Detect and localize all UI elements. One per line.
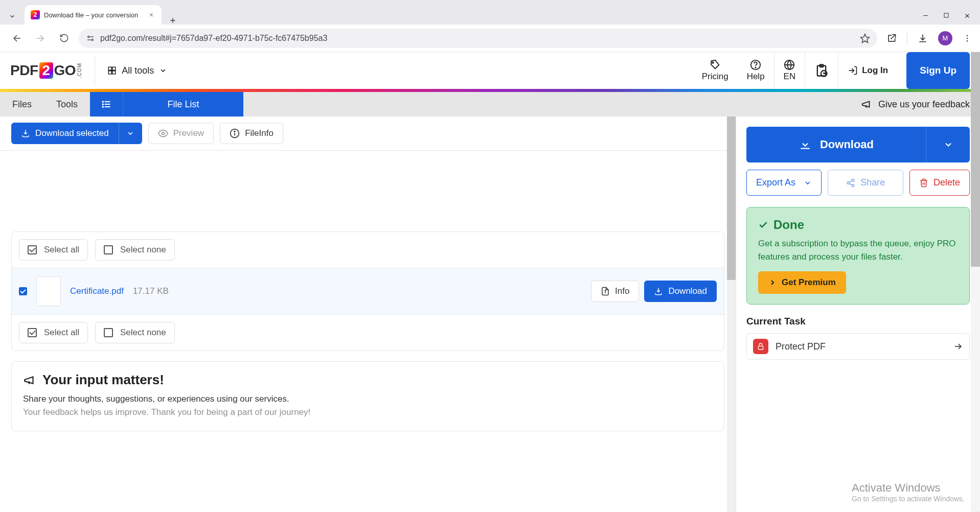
file-download-label: Download <box>668 286 707 296</box>
all-tools-dropdown[interactable]: All tools <box>107 65 167 76</box>
signup-button[interactable]: Sign Up <box>906 52 970 89</box>
help-link[interactable]: Help <box>738 52 774 89</box>
svg-point-25 <box>755 67 756 67</box>
download-selected-dropdown[interactable] <box>119 123 142 144</box>
page-scrollbar-thumb[interactable] <box>971 52 980 267</box>
tab-file-list[interactable]: File List <box>123 92 243 117</box>
task-protect-pdf[interactable]: Protect PDF <box>746 333 970 360</box>
delete-label: Delete <box>933 177 960 188</box>
check-icon <box>758 220 768 230</box>
page-scrollbar[interactable] <box>971 52 980 511</box>
svg-point-42 <box>605 290 605 291</box>
maximize-icon[interactable] <box>943 12 949 19</box>
browser-tab[interactable]: 2 Download file – your conversion <box>25 5 162 25</box>
download-icon <box>21 129 30 138</box>
get-premium-button[interactable]: Get Premium <box>758 271 846 294</box>
select-none-button[interactable]: Select none <box>95 239 175 261</box>
profile-avatar[interactable]: M <box>938 31 952 45</box>
feedback-link[interactable]: Give us your feedback <box>851 92 980 117</box>
file-info-icon <box>601 287 610 296</box>
download-selected-label: Download selected <box>35 128 109 138</box>
back-button[interactable] <box>8 30 26 47</box>
feedback-label: Give us your feedback <box>878 99 970 110</box>
forward-button[interactable] <box>32 30 49 47</box>
list-view-icon[interactable] <box>90 92 123 117</box>
feedback-title: Your input matters! <box>42 372 164 388</box>
download-dropdown[interactable] <box>926 127 970 162</box>
current-task-title: Current Task <box>746 316 970 327</box>
scrollbar[interactable] <box>727 117 736 512</box>
app-header: PDF 2 GO .COM All tools Pricing Help EN … <box>0 52 980 89</box>
help-label: Help <box>747 72 765 82</box>
fileinfo-button[interactable]: FileInfo <box>220 123 283 144</box>
info-icon <box>230 128 240 138</box>
chevron-right-icon <box>768 278 777 287</box>
file-size: 17.17 KB <box>133 286 169 296</box>
selector-row-bottom: Select all Select none <box>12 315 724 351</box>
share-button[interactable]: Share <box>828 170 903 196</box>
url-input[interactable]: pdf2go.com/result#j=7657da97-ef20-4971-b… <box>79 29 877 48</box>
share-label: Share <box>860 177 885 188</box>
svg-point-16 <box>967 35 968 36</box>
chevron-down-icon <box>943 139 953 150</box>
svg-rect-19 <box>108 67 111 70</box>
task-label: Protect PDF <box>776 341 826 352</box>
file-list-label: File List <box>168 99 199 110</box>
svg-line-47 <box>850 180 852 182</box>
megaphone-icon <box>861 99 872 110</box>
tab-files[interactable]: Files <box>0 92 44 117</box>
extensions-icon[interactable] <box>886 33 897 43</box>
site-info-icon[interactable] <box>86 34 95 43</box>
file-download-button[interactable]: Download <box>644 281 717 302</box>
svg-point-37 <box>162 132 164 135</box>
close-window-icon[interactable] <box>964 12 971 19</box>
new-tab-button[interactable] <box>169 16 177 25</box>
tab-tools[interactable]: Tools <box>44 92 90 117</box>
svg-point-35 <box>103 104 104 105</box>
language-selector[interactable]: EN <box>774 52 805 89</box>
megaphone-icon <box>23 374 36 387</box>
main-content: Download selected Preview FileInfo Selec… <box>0 117 736 512</box>
action-bar: Download selected Preview FileInfo <box>0 117 736 151</box>
file-checkbox[interactable] <box>19 287 27 295</box>
pricing-link[interactable]: Pricing <box>693 52 738 89</box>
menu-icon[interactable] <box>963 34 972 43</box>
export-as-button[interactable]: Export As <box>746 170 822 196</box>
minimize-icon[interactable] <box>922 12 929 19</box>
globe-icon <box>784 59 795 71</box>
svg-rect-5 <box>944 13 948 17</box>
address-bar: pdf2go.com/result#j=7657da97-ef20-4971-b… <box>0 25 980 52</box>
download-button[interactable]: Download <box>746 127 926 162</box>
tabs-dropdown-button[interactable] <box>4 8 20 25</box>
login-label: Log In <box>862 65 888 76</box>
delete-button[interactable]: Delete <box>909 170 970 196</box>
file-name-link[interactable]: Certificate.pdf <box>70 286 124 296</box>
get-premium-label: Get Premium <box>782 277 836 288</box>
svg-rect-49 <box>758 346 763 350</box>
history-link[interactable] <box>805 52 838 89</box>
select-all-button[interactable]: Select all <box>19 322 88 343</box>
select-all-label: Select all <box>44 245 79 255</box>
favicon-icon: 2 <box>31 10 40 19</box>
login-link[interactable]: Log In <box>838 52 897 89</box>
bookmark-icon[interactable] <box>860 33 870 43</box>
select-none-button[interactable]: Select none <box>95 322 175 343</box>
file-info-button[interactable]: Info <box>591 281 639 302</box>
logo-com: .COM <box>77 63 82 78</box>
downloads-icon[interactable] <box>918 33 928 43</box>
download-selected-button[interactable]: Download selected <box>11 123 119 144</box>
logo-pdf: PDF <box>10 62 38 79</box>
reload-button[interactable] <box>55 30 73 47</box>
lock-icon <box>753 339 768 354</box>
grid-icon <box>107 66 117 75</box>
trash-icon <box>919 178 928 188</box>
clipboard-clock-icon <box>814 63 829 78</box>
scrollbar-thumb[interactable] <box>727 117 736 280</box>
logo[interactable]: PDF 2 GO .COM <box>10 62 82 79</box>
preview-button[interactable]: Preview <box>148 123 214 144</box>
select-all-button[interactable]: Select all <box>19 239 88 261</box>
svg-point-17 <box>967 37 968 38</box>
download-label: Download <box>820 138 874 151</box>
close-tab-icon[interactable] <box>147 11 155 19</box>
login-icon <box>848 65 858 76</box>
